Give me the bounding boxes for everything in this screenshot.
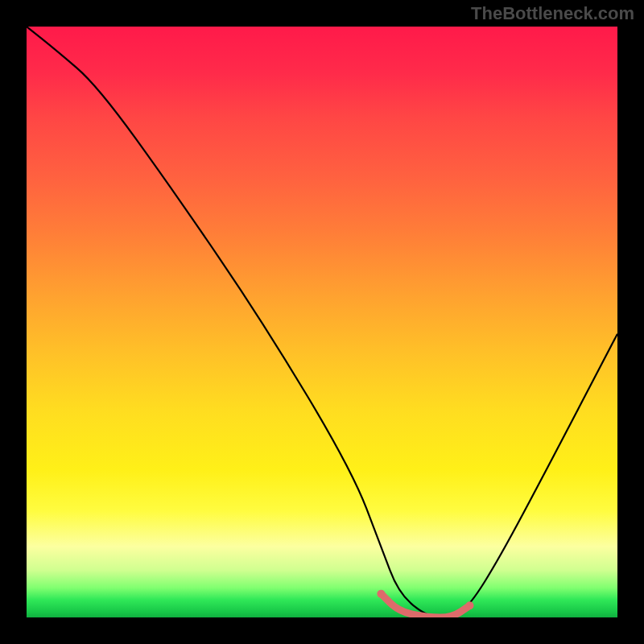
optimal-zone-start-dot [377,590,385,598]
optimal-zone-end-dot [466,601,474,609]
attribution-label: TheBottleneck.com [471,3,634,24]
plot-area [27,27,617,617]
bottleneck-curve-path [27,27,617,617]
curve-overlay [27,27,617,617]
optimal-zone-path [381,594,469,617]
